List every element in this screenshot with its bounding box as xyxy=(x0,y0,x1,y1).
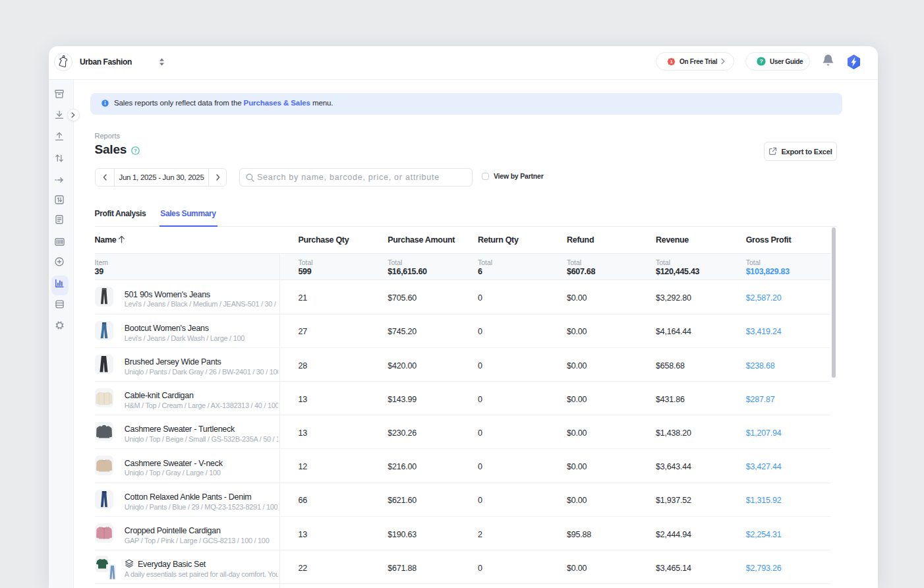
svg-text:?: ? xyxy=(134,148,137,154)
svg-text:?: ? xyxy=(759,58,763,65)
svg-text:1: 1 xyxy=(670,59,672,65)
